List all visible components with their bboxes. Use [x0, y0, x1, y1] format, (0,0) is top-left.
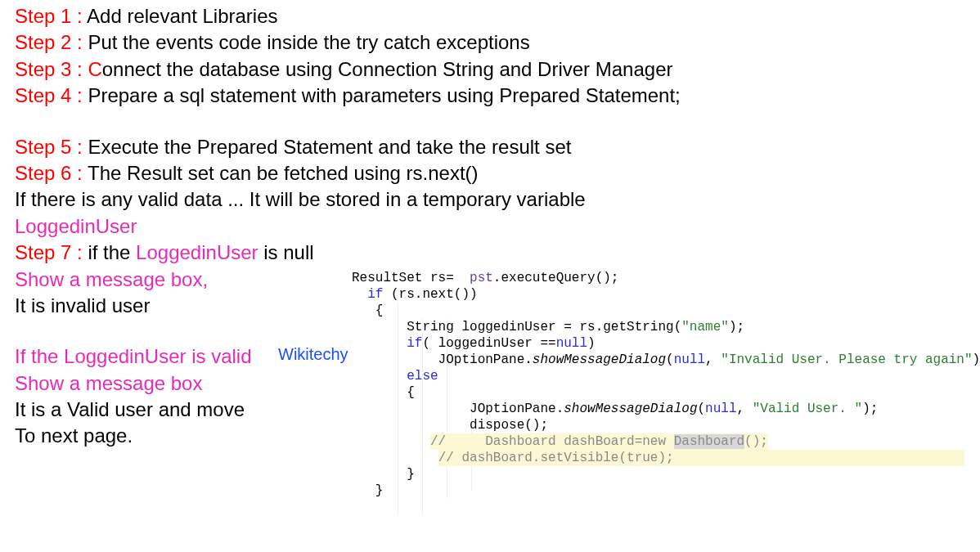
code-l6-a: JOptionPane.	[352, 352, 533, 367]
code-l9-method: showMessageDialog	[564, 402, 697, 416]
step-4: Step 4 : Prepare a sql statement with pa…	[15, 83, 681, 109]
step-4-text: Prepare a sql statement with parameters …	[83, 84, 681, 106]
code-l1-c: .executeQuery();	[493, 271, 619, 285]
step-2-text: Put the events code inside the try catch…	[83, 31, 530, 53]
code-l6-null: null	[674, 352, 705, 367]
code-l7-a	[352, 369, 407, 384]
step-2-label: Step 2 :	[15, 31, 83, 53]
code-l7-else: else	[407, 369, 438, 384]
code-l8: {	[352, 385, 415, 400]
step-7: Step 7 : if the LoggedinUser is null	[15, 240, 681, 266]
code-l11-a	[352, 434, 430, 449]
step-4-label: Step 4 :	[15, 84, 83, 106]
step-1-label: Step 1 :	[15, 5, 83, 27]
code-l6-str: "Invalid User. Please try again"	[721, 352, 972, 367]
code-l9-d: );	[862, 402, 878, 416]
step-5: Step 5 : Execute the Prepared Statement …	[15, 134, 681, 160]
code-l11-highlight: Dashboard	[674, 434, 744, 449]
step-1-text: Add relevant Libraries	[83, 5, 278, 27]
step-2: Step 2 : Put the events code inside the …	[15, 29, 681, 56]
step-3-c: C	[83, 58, 102, 80]
code-l9-a: JOptionPane.	[352, 402, 564, 416]
code-l3: {	[352, 303, 383, 318]
step-7-label: Step 7 :	[15, 241, 83, 263]
loggedinuser-pink: LoggedinUser	[15, 213, 681, 240]
step-1: Step 1 : Add relevant Libraries	[15, 3, 681, 29]
code-l5-null: null	[556, 336, 587, 351]
code-l2-b: (rs.next())	[383, 287, 477, 302]
step-7-pink: LoggedinUser	[136, 241, 258, 263]
code-l1-a: ResultSet rs=	[352, 271, 470, 285]
code-l6-c: ,	[705, 352, 721, 367]
step-5-label: Step 5 :	[15, 136, 83, 158]
code-l12-a	[352, 451, 438, 465]
code-l1-pst: pst	[470, 271, 493, 285]
step-3: Step 3 : Connect the database using Conn…	[15, 56, 681, 83]
code-l4-str: "name"	[681, 320, 729, 334]
code-l11-cmt-a: // Dashboard dashBoard=new	[430, 434, 674, 449]
code-l6-d: );	[973, 352, 980, 367]
if-valid-data-line: If there is any valid data ... It will b…	[15, 186, 681, 213]
spacer	[15, 110, 681, 134]
watermark-wikitechy: Wikitechy	[278, 345, 348, 364]
code-l6-b: (	[666, 352, 674, 367]
code-l14: }	[352, 483, 383, 498]
code-l4-b: );	[729, 320, 744, 334]
step-6-label: Step 6 :	[15, 162, 83, 184]
code-l6-method: showMessageDialog	[533, 352, 666, 367]
code-l13: }	[352, 467, 415, 482]
code-l5-a	[352, 336, 407, 351]
code-l5-b: ( loggedinUser ==	[422, 336, 555, 351]
code-l9-str: "Valid User. "	[753, 402, 862, 416]
code-l4-a: String loggedinUser = rs.getString(	[352, 320, 681, 334]
code-l10: dispose();	[352, 418, 548, 433]
code-l5-if: if	[407, 336, 422, 351]
code-l2-a	[352, 287, 367, 302]
code-l5-c: )	[587, 336, 596, 351]
code-l9-b: (	[697, 402, 705, 416]
code-snippet: ResultSet rs= pst.executeQuery(); if (rs…	[352, 270, 980, 499]
step-6: Step 6 : The Result set can be fetched u…	[15, 160, 681, 186]
code-l2-if: if	[367, 287, 383, 302]
step-3-text: onnect the database using Connection Str…	[102, 58, 673, 80]
step-7-post: is null	[258, 241, 314, 263]
code-l11-cmt-b: ();	[744, 434, 768, 449]
code-l12-comment: // dashBoard.setVisible(true);	[438, 450, 964, 466]
code-l9-null: null	[705, 402, 736, 416]
step-5-text: Execute the Prepared Statement and take …	[83, 136, 572, 158]
step-6-text: The Result set can be fetched using rs.n…	[83, 162, 479, 184]
code-l11-comment: // Dashboard dashBoard=new Dashboard();	[430, 433, 768, 450]
code-l9-c: ,	[737, 402, 753, 416]
step-7-pre: if the	[83, 241, 136, 263]
step-3-label: Step 3 :	[15, 58, 83, 80]
